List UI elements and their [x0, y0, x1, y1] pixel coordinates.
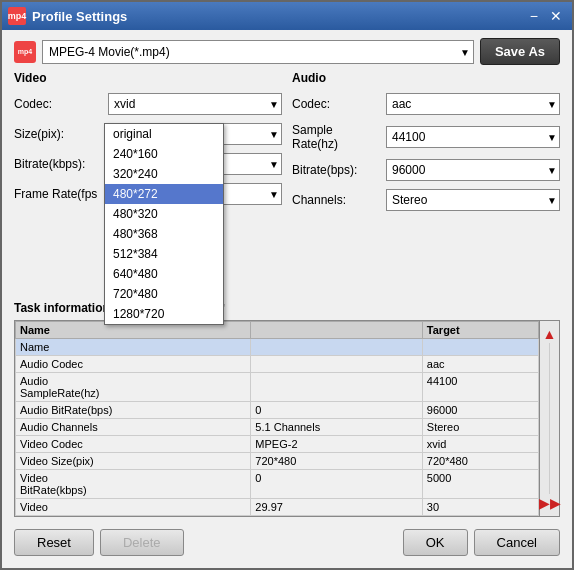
size-option-original[interactable]: original [105, 124, 223, 144]
size-option-480x272[interactable]: 480*272 [105, 184, 223, 204]
row-source: 29.97 [251, 499, 422, 516]
reset-button[interactable]: Reset [14, 529, 94, 556]
size-option-1280x720[interactable]: 1280*720 [105, 304, 223, 324]
row-name: Audio BitRate(bps) [16, 402, 251, 419]
row-name: Video Codec [16, 436, 251, 453]
size-option-320x240[interactable]: 320*240 [105, 164, 223, 184]
size-option-480x368[interactable]: 480*368 [105, 224, 223, 244]
row-target: Stereo [422, 419, 538, 436]
row-name: Audio Channels [16, 419, 251, 436]
cancel-button[interactable]: Cancel [474, 529, 560, 556]
settings-columns: Video Codec: xvid ▼ Size(pix): original [14, 71, 560, 295]
row-source: 720*480 [251, 453, 422, 470]
row-name: Video [16, 499, 251, 516]
row-name: Video Size(pix) [16, 453, 251, 470]
row-name: VideoBitRate(kbps) [16, 470, 251, 499]
audio-channels-select-wrapper: Stereo ▼ [386, 189, 560, 211]
row-target: 30 [422, 499, 538, 516]
audio-bitrate-select[interactable]: 96000 [386, 159, 560, 181]
save-as-button[interactable]: Save As [480, 38, 560, 65]
table-row: Video Codec MPEG-2 xvid [16, 436, 539, 453]
audio-samplerate-label: Sample Rate(hz) [292, 123, 382, 151]
row-source: 0 [251, 402, 422, 419]
app-icon: mp4 [8, 7, 26, 25]
video-size-label: Size(pix): [14, 127, 104, 141]
task-section: Task information: BINSONS_US 6_1" Name T… [14, 301, 560, 517]
row-source: 0 [251, 470, 422, 499]
audio-samplerate-select-wrapper: 44100 ▼ [386, 126, 560, 148]
scroll-up-button[interactable]: ▲ [543, 327, 557, 341]
video-bitrate-label: Bitrate(kbps): [14, 157, 104, 171]
audio-bitrate-select-wrapper: 96000 ▼ [386, 159, 560, 181]
close-button[interactable]: ✕ [546, 8, 566, 24]
table-row: AudioSampleRate(hz) 44100 [16, 373, 539, 402]
profile-select-wrapper: MPEG-4 Movie(*.mp4) ▼ [42, 40, 474, 64]
audio-codec-label: Codec: [292, 97, 382, 111]
row-target: 44100 [422, 373, 538, 402]
size-dropdown: original 240*160 320*240 480*272 480*320… [104, 123, 224, 325]
minimize-button[interactable]: − [526, 8, 542, 24]
audio-section-title: Audio [292, 71, 560, 85]
size-option-240x160[interactable]: 240*160 [105, 144, 223, 164]
row-source: MPEG-2 [251, 436, 422, 453]
size-option-720x480[interactable]: 720*480 [105, 284, 223, 304]
audio-panel: Audio Codec: aac ▼ Sample Rate(hz) 4410 [292, 71, 560, 295]
size-option-512x384[interactable]: 512*384 [105, 244, 223, 264]
size-option-480x320[interactable]: 480*320 [105, 204, 223, 224]
task-info-header: Task information: [14, 301, 114, 315]
audio-bitrate-row: Bitrate(bps): 96000 ▼ [292, 159, 560, 181]
window-title: Profile Settings [32, 9, 520, 24]
row-name: Name [16, 339, 251, 356]
video-codec-select-wrapper: xvid ▼ [108, 93, 282, 115]
audio-channels-row: Channels: Stereo ▼ [292, 189, 560, 211]
audio-codec-row: Codec: aac ▼ [292, 93, 560, 115]
row-target: aac [422, 356, 538, 373]
row-source: 5.1 Channels [251, 419, 422, 436]
audio-codec-select[interactable]: aac [386, 93, 560, 115]
audio-samplerate-select[interactable]: 44100 [386, 126, 560, 148]
col-header-target: Target [422, 322, 538, 339]
row-target: 5000 [422, 470, 538, 499]
video-section-title: Video [14, 71, 282, 85]
table-row: Audio BitRate(bps) 0 96000 [16, 402, 539, 419]
title-bar: mp4 Profile Settings − ✕ [2, 2, 572, 30]
row-name: Audio Codec [16, 356, 251, 373]
table-row: VideoBitRate(kbps) 0 5000 [16, 470, 539, 499]
scroll-fast-forward-button[interactable]: ▶▶ [539, 496, 561, 510]
delete-button[interactable]: Delete [100, 529, 184, 556]
row-target: 720*480 [422, 453, 538, 470]
table-row: Video Size(pix) 720*480 720*480 [16, 453, 539, 470]
table-row: Audio Channels 5.1 Channels Stereo [16, 419, 539, 436]
audio-channels-label: Channels: [292, 193, 382, 207]
profile-row: mp4 MPEG-4 Movie(*.mp4) ▼ Save As [14, 38, 560, 65]
profile-select[interactable]: MPEG-4 Movie(*.mp4) [42, 40, 474, 64]
size-option-640x480[interactable]: 640*480 [105, 264, 223, 284]
row-source [251, 373, 422, 402]
task-table: Name Target Name [15, 321, 539, 516]
row-source [251, 339, 422, 356]
video-codec-row: Codec: xvid ▼ [14, 93, 282, 115]
video-codec-select[interactable]: xvid [108, 93, 282, 115]
row-target: xvid [422, 436, 538, 453]
task-table-wrapper: Name Target Name [14, 320, 560, 517]
audio-bitrate-label: Bitrate(bps): [292, 163, 382, 177]
table-row: Audio Codec aac [16, 356, 539, 373]
col-header-source [251, 322, 422, 339]
audio-channels-select[interactable]: Stereo [386, 189, 560, 211]
row-source [251, 356, 422, 373]
table-row: Video 29.97 30 [16, 499, 539, 516]
task-table-main: Name Target Name [15, 321, 539, 516]
profile-settings-window: mp4 Profile Settings − ✕ mp4 MPEG-4 Movi… [0, 0, 574, 570]
row-name: AudioSampleRate(hz) [16, 373, 251, 402]
bottom-buttons: Reset Delete OK Cancel [14, 523, 560, 560]
window-controls: − ✕ [526, 8, 566, 24]
video-codec-label: Codec: [14, 97, 104, 111]
ok-button[interactable]: OK [403, 529, 468, 556]
profile-format-icon: mp4 [14, 41, 36, 63]
table-row: Name [16, 339, 539, 356]
row-target: 96000 [422, 402, 538, 419]
video-panel: Video Codec: xvid ▼ Size(pix): original [14, 71, 282, 295]
audio-samplerate-row: Sample Rate(hz) 44100 ▼ [292, 123, 560, 151]
audio-codec-select-wrapper: aac ▼ [386, 93, 560, 115]
row-target [422, 339, 538, 356]
